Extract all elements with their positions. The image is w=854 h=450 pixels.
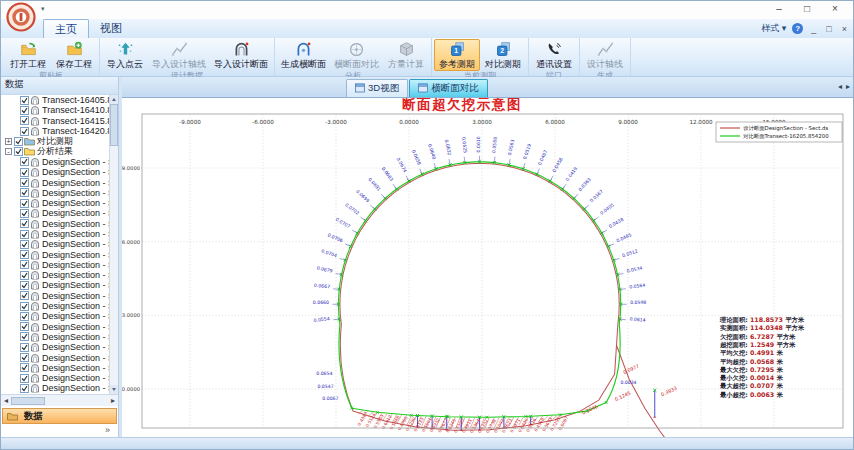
scroll-right-icon[interactable]: ▸	[108, 396, 118, 406]
tree-item-transect[interactable]: Transect-16420.85	[1, 126, 109, 136]
tree-item-designsection[interactable]: DesignSection - Sect	[1, 342, 109, 352]
document-tab-section-compare[interactable]: 横断面对比	[409, 79, 488, 97]
tree-item-designsection[interactable]: DesignSection - Sect	[1, 332, 109, 342]
style-dropdown[interactable]: 样式 ▾	[761, 22, 786, 35]
tree-item-designsection[interactable]: DesignSection - Sect	[1, 311, 109, 321]
scrollbar-thumb[interactable]	[11, 397, 45, 405]
tree-item-designsection[interactable]: DesignSection - Sect	[1, 219, 109, 229]
tree-checkbox[interactable]	[20, 353, 29, 362]
tree-item-transect[interactable]: Transect-16410.85	[1, 105, 109, 115]
tree-item-designsection[interactable]: DesignSection - Sect	[1, 322, 109, 332]
tree-checkbox[interactable]	[20, 127, 29, 136]
tree-item-designsection[interactable]: DesignSection - Sect	[1, 208, 109, 218]
tree-node-analysis-results[interactable]: -分析结果	[1, 146, 109, 156]
tree-item-designsection[interactable]: DesignSection - Sect	[1, 177, 109, 187]
tree-checkbox[interactable]	[20, 332, 29, 341]
tree-item-designsection[interactable]: DesignSection - Sect	[1, 373, 109, 383]
ribbon-button-save-project[interactable]: 保存工程	[51, 39, 97, 71]
tree-checkbox[interactable]	[20, 106, 29, 115]
tab-scroll-left-icon[interactable]: ◂	[838, 82, 842, 91]
tree-checkbox[interactable]	[20, 281, 29, 290]
mdi-restore-button[interactable]: □	[824, 24, 833, 34]
tree-item-designsection[interactable]: DesignSection - Sect	[1, 260, 109, 270]
tree-item-designsection[interactable]: DesignSection - Sect	[1, 249, 109, 259]
tree-item-transect[interactable]: Transect-16415.85	[1, 116, 109, 126]
tree-horizontal-scrollbar[interactable]: ◂ ▸	[1, 394, 118, 406]
ribbon-button-open-project[interactable]: 打开工程	[5, 39, 51, 71]
tree-expander[interactable]: +	[5, 138, 12, 145]
tree-item-designsection[interactable]: DesignSection - Sect	[1, 280, 109, 290]
tree-item-designsection[interactable]: DesignSection - Sect	[1, 291, 109, 301]
tree-checkbox[interactable]	[20, 374, 29, 383]
tree-node-compare-period[interactable]: +对比测期	[1, 136, 109, 146]
tree-checkbox[interactable]	[14, 147, 23, 156]
ribbon-button-cross-section-compare[interactable]: 横断面对比	[330, 39, 383, 71]
tree-item-designsection[interactable]: DesignSection - Sect	[1, 157, 109, 167]
tree-checkbox[interactable]	[20, 312, 29, 321]
tree-item-designsection[interactable]: DesignSection - Sect	[1, 167, 109, 177]
tree-checkbox[interactable]	[20, 322, 29, 331]
document-area: 3D视图横断面对比 ◂ ▸ -9.0000-6.0000-3.00000.000…	[122, 77, 853, 437]
tree-item-transect[interactable]: Transect-16405.85	[1, 95, 109, 105]
tree-item-designsection[interactable]: DesignSection - Sect	[1, 239, 109, 249]
tree-checkbox[interactable]	[20, 260, 29, 269]
tree-checkbox[interactable]	[20, 209, 29, 218]
tree-checkbox[interactable]	[20, 240, 29, 249]
tree-checkbox[interactable]	[20, 188, 29, 197]
ribbon-tab-view[interactable]: 视图	[89, 19, 133, 38]
tree-checkbox[interactable]	[20, 363, 29, 372]
tree-item-designsection[interactable]: DesignSection - Sect	[1, 229, 109, 239]
section-compare-chart[interactable]: -9.0000-6.0000-3.00000.00003.00006.00009…	[122, 98, 852, 437]
scrollbar-thumb[interactable]	[110, 104, 118, 146]
ribbon-button-compare-period[interactable]: 2对比测期	[480, 39, 526, 71]
tree-item-designsection[interactable]: DesignSection - Sect	[1, 301, 109, 311]
document-tab-3d-view[interactable]: 3D视图	[346, 79, 408, 97]
ribbon-button-comm-settings[interactable]: 通讯设置	[531, 39, 577, 71]
tree-expander[interactable]: -	[5, 148, 12, 155]
app-logo-icon[interactable]	[6, 2, 36, 32]
tree-vertical-scrollbar[interactable]	[109, 95, 118, 394]
close-button[interactable]: ×	[821, 1, 849, 17]
ribbon-tab-home[interactable]: 主页	[43, 19, 89, 38]
tree-item-designsection[interactable]: DesignSection - Sect	[1, 352, 109, 362]
panel-overflow-chevron[interactable]: »	[105, 425, 110, 435]
tree-checkbox[interactable]	[20, 168, 29, 177]
tree-item-designsection[interactable]: DesignSection - Sect	[1, 270, 109, 280]
tree-checkbox[interactable]	[20, 96, 29, 105]
ribbon-button-import-design-axis[interactable]: 导入设计轴线	[148, 39, 210, 71]
tree-checkbox[interactable]	[20, 250, 29, 259]
tree-item-designsection[interactable]: DesignSection - Sect	[1, 383, 109, 393]
tree-checkbox[interactable]	[20, 219, 29, 228]
tree-checkbox[interactable]	[20, 384, 29, 393]
tree-checkbox[interactable]	[20, 199, 29, 208]
ribbon-button-reference-period[interactable]: 1参考测期	[434, 39, 480, 71]
help-button[interactable]: ?	[792, 23, 803, 34]
mdi-close-button[interactable]: ×	[840, 24, 849, 34]
tree-checkbox[interactable]	[20, 116, 29, 125]
tree-checkbox[interactable]	[20, 291, 29, 300]
tree-checkbox[interactable]	[20, 178, 29, 187]
minimize-button[interactable]: –	[765, 1, 793, 17]
tree-checkbox[interactable]	[20, 302, 29, 311]
tree-item-designsection[interactable]: DesignSection - Sect	[1, 198, 109, 208]
quick-access-caret-icon[interactable]: ▾	[41, 5, 45, 13]
ribbon-button-volume-calc[interactable]: 方量计算	[383, 39, 429, 71]
scroll-up-icon[interactable]	[110, 95, 118, 104]
scroll-left-icon[interactable]: ◂	[1, 396, 11, 406]
ribbon-button-generate-cross-section[interactable]: 生成横断面	[277, 39, 330, 71]
ribbon-button-import-point-cloud[interactable]: 导入点云	[102, 39, 148, 71]
data-panel-tab[interactable]: 数据	[2, 408, 117, 424]
tree-checkbox[interactable]	[20, 230, 29, 239]
tab-scroll-right-icon[interactable]: ▸	[846, 82, 850, 91]
maximize-button[interactable]: □	[793, 1, 821, 17]
tree-checkbox[interactable]	[20, 271, 29, 280]
tree-checkbox[interactable]	[14, 137, 23, 146]
mdi-minimize-button[interactable]: _	[809, 24, 818, 34]
tree-checkbox[interactable]	[20, 343, 29, 352]
tree-checkbox[interactable]	[20, 157, 29, 166]
scroll-down-icon[interactable]	[110, 385, 118, 394]
tree-item-designsection[interactable]: DesignSection - Sect	[1, 188, 109, 198]
ribbon-button-design-axis[interactable]: 设计轴线	[582, 39, 628, 71]
tree-item-designsection[interactable]: DesignSection - Sect	[1, 363, 109, 373]
ribbon-button-import-design-section[interactable]: 导入设计断面	[210, 39, 272, 71]
